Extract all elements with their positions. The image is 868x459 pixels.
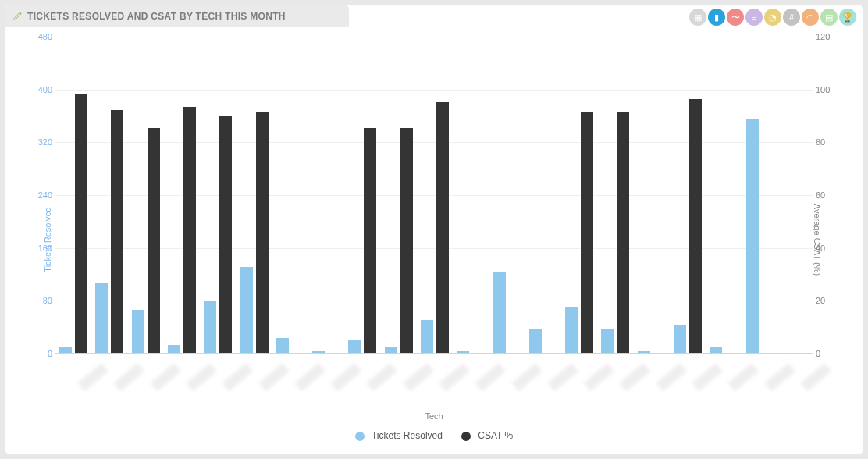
table-icon[interactable]: ▦	[689, 9, 706, 26]
legend-label-csat: CSAT %	[478, 430, 513, 441]
viz-type-toolbar: ▦▮〜≡◔#◠▤🏆	[689, 5, 863, 26]
card-header-row: TICKETS RESOLVED AND CSAT BY TECH THIS M…	[5, 5, 863, 27]
trophy-icon[interactable]: 🏆	[839, 9, 856, 26]
legend-item-csat[interactable]: CSAT %	[461, 430, 513, 441]
bar-csat[interactable]	[400, 128, 413, 353]
y-tick-left: 160	[32, 244, 52, 253]
plot-region	[55, 37, 813, 354]
x-tick-label	[656, 363, 687, 391]
y-tick-right: 60	[816, 190, 838, 200]
bar-tickets[interactable]	[59, 347, 72, 353]
x-tick-label	[330, 363, 361, 391]
chart-card: TICKETS RESOLVED AND CSAT BY TECH THIS M…	[5, 5, 863, 454]
bar-tickets[interactable]	[168, 345, 180, 353]
x-tick-label	[114, 363, 145, 391]
bar-tickets[interactable]	[710, 347, 722, 353]
x-tick-label	[367, 363, 398, 391]
stacked-bar-icon[interactable]: ≡	[745, 9, 763, 26]
bar-tickets[interactable]	[132, 310, 144, 353]
x-tick-label	[692, 363, 723, 391]
x-tick-label	[475, 363, 507, 391]
bar-tickets[interactable]	[240, 267, 253, 353]
bar-tickets[interactable]	[746, 119, 759, 353]
bar-tickets[interactable]	[457, 351, 469, 353]
bar-csat[interactable]	[183, 107, 196, 353]
y-tick-left: 400	[32, 85, 52, 94]
bar-tickets[interactable]	[421, 320, 433, 353]
y-tick-left: 320	[32, 137, 52, 147]
legend-label-tickets: Tickets Resolved	[372, 430, 443, 441]
bar-tickets[interactable]	[204, 301, 216, 353]
y-tick-left: 0	[32, 349, 52, 358]
x-tick-label	[150, 363, 181, 391]
gauge-icon[interactable]: ◠	[802, 9, 819, 26]
legend-swatch-tickets	[355, 432, 365, 441]
x-tick-label	[620, 363, 651, 391]
bar-csat[interactable]	[148, 128, 160, 353]
bar-csat[interactable]	[436, 102, 449, 353]
card-header: TICKETS RESOLVED AND CSAT BY TECH THIS M…	[5, 5, 349, 27]
chart-legend: Tickets Resolved CSAT %	[9, 430, 859, 441]
y-tick-left: 480	[32, 32, 52, 41]
bar-tickets[interactable]	[565, 307, 578, 353]
bar-csat[interactable]	[689, 99, 702, 353]
y-tick-right: 0	[816, 349, 838, 358]
y-tick-left: 240	[32, 190, 52, 200]
x-tick-label	[294, 363, 326, 391]
bar-tickets[interactable]	[312, 351, 325, 353]
x-tick-label	[403, 363, 434, 391]
bar-csat[interactable]	[581, 112, 593, 353]
bar-tickets[interactable]	[529, 329, 542, 353]
x-axis-tick-labels	[55, 357, 813, 404]
x-tick-label	[764, 363, 795, 391]
x-tick-label	[583, 363, 614, 391]
y-tick-right: 80	[816, 137, 838, 147]
bar-csat[interactable]	[256, 112, 269, 353]
x-tick-label	[258, 363, 290, 391]
y-tick-right: 100	[816, 85, 838, 94]
x-tick-label	[728, 363, 760, 391]
bar-tickets[interactable]	[385, 347, 397, 353]
bar-tickets[interactable]	[276, 338, 289, 353]
y-axis-right-label: Average CSAT (%)	[813, 204, 822, 276]
y-tick-right: 40	[816, 244, 838, 253]
x-axis-label: Tech	[9, 411, 859, 421]
x-tick-label	[800, 363, 831, 391]
y-tick-right: 120	[816, 32, 838, 41]
edit-icon[interactable]	[12, 11, 23, 22]
bar-tickets[interactable]	[95, 283, 108, 353]
bar-csat[interactable]	[111, 110, 123, 353]
x-tick-label	[439, 363, 470, 391]
legend-item-tickets[interactable]: Tickets Resolved	[355, 430, 443, 441]
line-chart-icon[interactable]: 〜	[727, 9, 744, 26]
bar-tickets[interactable]	[348, 340, 361, 353]
y-axis-left-label: Tickets Resolved	[43, 207, 52, 272]
list-icon[interactable]: ▤	[820, 9, 838, 26]
bar-csat[interactable]	[75, 94, 87, 353]
chart-area: Tickets Resolved Average CSAT (%) Tech T…	[9, 29, 859, 450]
card-title: TICKETS RESOLVED AND CSAT BY TECH THIS M…	[27, 11, 286, 22]
x-tick-label	[547, 363, 578, 391]
pie-chart-icon[interactable]: ◔	[764, 9, 781, 26]
gridline	[55, 37, 813, 37]
bar-tickets[interactable]	[638, 351, 650, 353]
bar-chart-icon[interactable]: ▮	[708, 9, 725, 26]
y-tick-left: 80	[32, 296, 52, 305]
legend-swatch-csat	[461, 432, 471, 441]
x-tick-label	[77, 363, 108, 391]
number-icon[interactable]: #	[783, 9, 800, 26]
bar-csat[interactable]	[617, 112, 629, 353]
bar-csat[interactable]	[364, 128, 376, 353]
x-tick-label	[511, 363, 542, 391]
bar-csat[interactable]	[219, 116, 232, 354]
bar-tickets[interactable]	[601, 329, 614, 353]
gridline	[55, 90, 813, 91]
x-tick-label	[222, 363, 254, 391]
y-tick-right: 20	[816, 296, 838, 305]
x-tick-label	[186, 363, 217, 391]
bar-tickets[interactable]	[493, 272, 506, 353]
bar-tickets[interactable]	[674, 325, 686, 353]
